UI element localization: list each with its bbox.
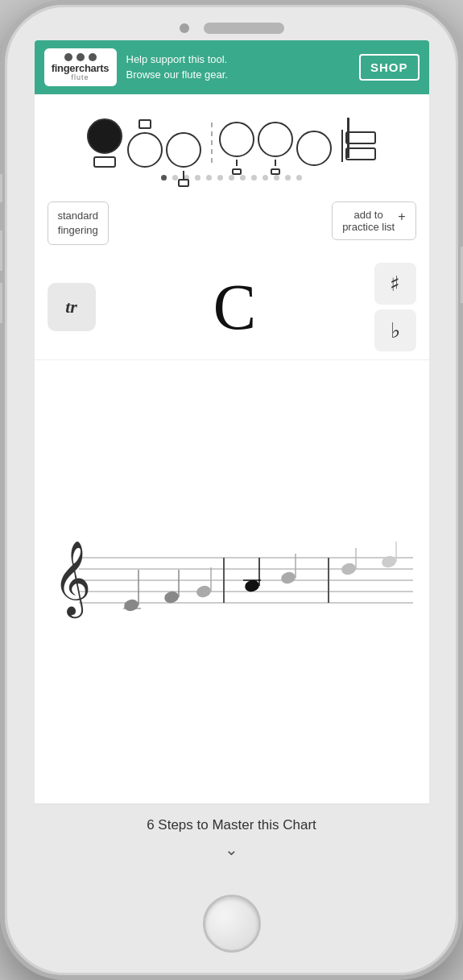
chevron-down-icon: ⌄ (48, 840, 416, 859)
hole-3 (166, 132, 201, 168)
phone-frame: fingercharts flute Help support this too… (0, 0, 463, 980)
hole-2 (127, 132, 163, 168)
svg-point-21 (380, 554, 397, 569)
svg-point-19 (340, 562, 357, 576)
trill-key-2 (345, 147, 376, 160)
banner-support-text: Help support this tool. Browse our flute… (126, 52, 349, 81)
key-1 (93, 156, 116, 168)
pag-dot-8[interactable] (251, 175, 257, 181)
note-name: C (96, 275, 374, 339)
logo-box: fingercharts flute (44, 48, 117, 86)
mute-button[interactable] (0, 174, 2, 202)
logo-dot-3 (89, 53, 97, 61)
svg-point-17 (279, 571, 296, 585)
sharp-button[interactable]: ♯ (374, 263, 416, 305)
flat-symbol: ♭ (391, 318, 400, 343)
add-to-practice-list-button[interactable]: add to practice list + (332, 201, 415, 240)
svg-point-8 (122, 598, 139, 612)
accidental-buttons: ♯ ♭ (374, 263, 416, 351)
pag-dot-6[interactable] (229, 175, 234, 181)
steps-bar[interactable]: 6 Steps to Master this Chart ⌄ (35, 804, 429, 872)
trill-keys (341, 130, 376, 162)
plus-icon: + (398, 209, 405, 224)
dotted-separator (211, 122, 213, 163)
logo-text: fingercharts (52, 63, 110, 73)
home-button[interactable] (203, 895, 261, 953)
logo-dots (64, 53, 97, 61)
hole-5 (258, 122, 293, 157)
speaker-grille (204, 23, 284, 34)
steps-text: 6 Steps to Master this Chart (48, 817, 416, 833)
pag-dot-4[interactable] (206, 175, 212, 181)
phone-screen: fingercharts flute Help support this too… (35, 40, 429, 872)
standard-fingering-button[interactable]: standard fingering (48, 201, 110, 245)
note-display: tr C ♯ ♭ (35, 255, 429, 359)
pag-dot-7[interactable] (240, 175, 246, 181)
svg-point-12 (195, 584, 212, 599)
pag-dot-0[interactable] (161, 175, 167, 181)
logo-dot-2 (76, 53, 85, 61)
trill-button[interactable]: tr (48, 283, 96, 331)
volume-up-button[interactable] (0, 230, 2, 271)
add-text: add to practice list (342, 209, 395, 233)
hole-1-filled (87, 118, 122, 154)
pag-dot-5[interactable] (217, 175, 223, 181)
phone-top-bar (5, 5, 458, 34)
shop-button[interactable]: SHOP (359, 54, 420, 81)
pag-dot-9[interactable] (263, 175, 268, 181)
svg-text:𝄞: 𝄞 (53, 542, 91, 619)
pagination-dots (48, 175, 416, 181)
trill-label: tr (65, 297, 77, 318)
logo-sub: flute (71, 73, 89, 81)
sharp-symbol: ♯ (390, 272, 400, 297)
pag-dot-1[interactable] (172, 175, 178, 181)
fingering-area (35, 94, 429, 197)
camera-dot (180, 23, 189, 33)
flat-button[interactable]: ♭ (374, 309, 416, 351)
pag-dot-12[interactable] (296, 175, 302, 181)
hole-4 (219, 122, 254, 157)
hole-6 (296, 131, 332, 166)
controls-row: standard fingering add to practice list … (35, 197, 429, 255)
fingering-diagram (48, 110, 416, 175)
volume-down-button[interactable] (0, 283, 2, 323)
staff-area: 𝄞 (35, 359, 429, 804)
pag-dot-10[interactable] (274, 175, 279, 181)
banner: fingercharts flute Help support this too… (35, 40, 429, 94)
pag-dot-11[interactable] (285, 175, 291, 181)
trill-key-1 (345, 131, 376, 144)
pag-dot-3[interactable] (195, 175, 200, 181)
svg-point-10 (163, 590, 180, 604)
logo-dot-1 (64, 53, 72, 61)
phone-bottom (5, 878, 458, 975)
staff-svg: 𝄞 (43, 534, 421, 630)
